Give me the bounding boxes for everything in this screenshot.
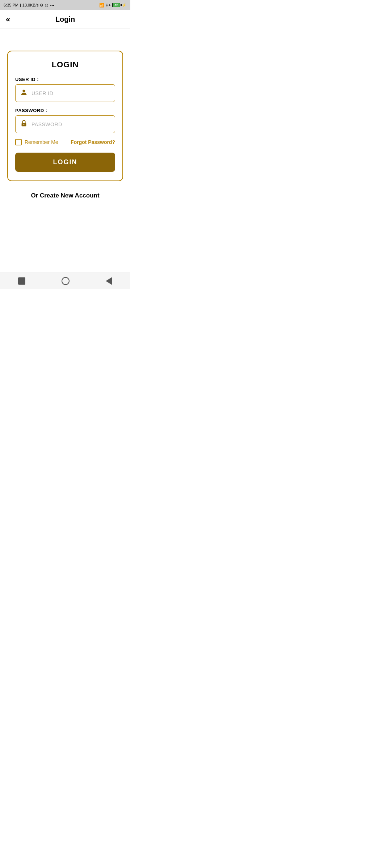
forgot-password-link[interactable]: Forgot Password? xyxy=(71,139,115,145)
remember-me-container[interactable]: Remember Me xyxy=(15,139,58,145)
page-title: Login xyxy=(55,15,75,24)
main-content: LOGIN USER ID : PASSWORD : xyxy=(0,29,130,207)
password-input-wrapper[interactable] xyxy=(15,115,115,133)
login-button[interactable]: LOGIN xyxy=(15,153,115,172)
signal-icon: H+ xyxy=(106,3,111,7)
time-display: 6:35 PM xyxy=(4,3,18,7)
wifi-icon: 📶 xyxy=(99,3,104,8)
more-icon: ••• xyxy=(50,3,54,7)
login-card: LOGIN USER ID : PASSWORD : xyxy=(7,51,123,181)
status-right: 📶 H+ 82 ⚡ xyxy=(99,3,127,8)
remember-me-label: Remember Me xyxy=(25,139,58,145)
user-id-input-wrapper[interactable] xyxy=(15,84,115,102)
settings-icon: ⚙ xyxy=(40,3,43,8)
user-id-input[interactable] xyxy=(31,90,110,96)
network-speed-value: 13.0KB/s xyxy=(22,3,39,7)
app-bar: « Login xyxy=(0,10,130,29)
lock-icon xyxy=(20,119,28,129)
nav-recent-apps-icon[interactable] xyxy=(18,277,25,285)
user-icon xyxy=(20,88,28,98)
options-row: Remember Me Forgot Password? xyxy=(15,139,115,145)
nav-home-icon[interactable] xyxy=(62,277,70,285)
password-input[interactable] xyxy=(31,122,110,127)
battery-icon: 82 xyxy=(112,3,120,7)
password-label: PASSWORD : xyxy=(15,108,115,113)
status-left: 6:35 PM | 13.0KB/s ⚙ ◎ ••• xyxy=(4,3,54,8)
charging-icon: ⚡ xyxy=(122,3,127,8)
bottom-nav xyxy=(0,272,130,289)
remember-me-checkbox[interactable] xyxy=(15,139,22,145)
login-card-title: LOGIN xyxy=(15,60,115,69)
network-speed: | xyxy=(20,3,21,7)
nav-back-icon[interactable] xyxy=(106,277,112,285)
create-account-text[interactable]: Or Create New Account xyxy=(31,192,99,199)
status-bar: 6:35 PM | 13.0KB/s ⚙ ◎ ••• 📶 H+ 82 ⚡ xyxy=(0,0,130,10)
back-button[interactable]: « xyxy=(6,16,10,24)
svg-point-2 xyxy=(24,124,25,125)
user-id-label: USER ID : xyxy=(15,77,115,82)
svg-point-0 xyxy=(22,90,25,92)
at-icon: ◎ xyxy=(45,3,49,8)
